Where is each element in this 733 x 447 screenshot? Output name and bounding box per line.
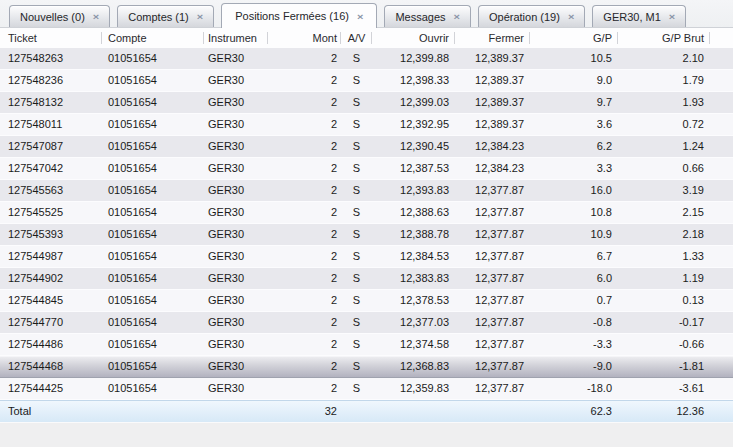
column-header-fermer[interactable]: Fermer	[455, 28, 530, 48]
cell-gp: 6.2	[530, 136, 618, 157]
table-row[interactable]: 12754539301051654GER302S12,388.7812,377.…	[0, 224, 733, 246]
cell-gp-brut: 3.19	[618, 180, 710, 201]
cell-compte: 01051654	[102, 92, 204, 113]
cell-fermer: 12,377.87	[455, 246, 530, 267]
table-row[interactable]: 12754490201051654GER302S12,383.8312,377.…	[0, 268, 733, 290]
cell-fermer: 12,377.87	[455, 224, 530, 245]
cell-compte: 01051654	[102, 312, 204, 333]
cell-mont: 2	[268, 92, 341, 113]
cell-instrument: GER30	[204, 224, 268, 245]
table-row[interactable]: 12754442501051654GER302S12,359.8312,377.…	[0, 378, 733, 400]
cell-fermer: 12,377.87	[455, 290, 530, 311]
cell-ouvrir: 12,390.45	[372, 136, 455, 157]
cell-gp-brut: 1.33	[618, 246, 710, 267]
close-icon[interactable]: ×	[357, 11, 363, 21]
table-row[interactable]: 12754823601051654GER302S12,398.3312,389.…	[0, 70, 733, 92]
cell-gp-brut: -0.17	[618, 312, 710, 333]
cell-gp: -18.0	[530, 378, 618, 399]
table-row[interactable]: 12754498701051654GER302S12,384.5312,377.…	[0, 246, 733, 268]
table-row[interactable]: 12754484501051654GER302S12,378.5312,377.…	[0, 290, 733, 312]
cell-gp: 10.5	[530, 48, 618, 69]
tab-operation-19[interactable]: Opération (19)×	[478, 5, 585, 27]
close-icon[interactable]: ×	[197, 12, 203, 22]
cell-compte: 01051654	[102, 202, 204, 223]
table-row[interactable]: 12754708701051654GER302S12,390.4512,384.…	[0, 136, 733, 158]
tab-label: Messages	[395, 11, 445, 23]
table-row[interactable]: 12754801101051654GER302S12,392.9512,389.…	[0, 114, 733, 136]
cell-gp: 10.9	[530, 224, 618, 245]
cell-av: S	[341, 114, 372, 135]
total-ouvrir	[372, 401, 455, 422]
cell-av: S	[341, 70, 372, 91]
cell-ouvrir: 12,393.83	[372, 180, 455, 201]
table-row[interactable]: 12754446801051654GER302S12,368.8312,377.…	[0, 356, 733, 378]
column-header-gp[interactable]: G/P	[530, 28, 618, 48]
close-icon[interactable]: ×	[454, 12, 460, 22]
bottom-filler	[0, 422, 733, 447]
cell-av: S	[341, 378, 372, 399]
table-row[interactable]: 12754704201051654GER302S12,387.5312,384.…	[0, 158, 733, 180]
cell-av: S	[341, 268, 372, 289]
close-icon[interactable]: ×	[93, 12, 99, 22]
tab-label: Nouvelles (0)	[20, 11, 85, 23]
cell-gp: 16.0	[530, 180, 618, 201]
cell-gp: 10.8	[530, 202, 618, 223]
cell-ticket: 127548132	[0, 92, 102, 113]
cell-instrument: GER30	[204, 92, 268, 113]
cell-gp-brut: 1.79	[618, 70, 710, 91]
table-row[interactable]: 12754448601051654GER302S12,374.5812,377.…	[0, 334, 733, 356]
cell-mont: 2	[268, 312, 341, 333]
cell-av: S	[341, 48, 372, 69]
cell-ticket: 127544486	[0, 334, 102, 355]
column-header-av[interactable]: A/V	[341, 28, 372, 48]
cell-gp-brut: 1.24	[618, 136, 710, 157]
cell-av: S	[341, 92, 372, 113]
cell-instrument: GER30	[204, 290, 268, 311]
cell-av: S	[341, 246, 372, 267]
tab-positions-fermees-16[interactable]: Positions Fermées (16)×	[221, 3, 377, 28]
column-header-instrument[interactable]: Instrumen	[204, 28, 268, 48]
cell-instrument: GER30	[204, 180, 268, 201]
cell-gp: 0.7	[530, 290, 618, 311]
table-row[interactable]: 12754813201051654GER302S12,399.0312,389.…	[0, 92, 733, 114]
cell-ticket: 127544845	[0, 290, 102, 311]
cell-instrument: GER30	[204, 378, 268, 399]
tab-nouvelles-0[interactable]: Nouvelles (0)×	[9, 5, 110, 27]
column-header-mont[interactable]: Mont	[268, 28, 341, 48]
column-header-ticket[interactable]: Ticket	[0, 28, 102, 48]
cell-ticket: 127547087	[0, 136, 102, 157]
column-header-compte[interactable]: Compte	[102, 28, 204, 48]
cell-instrument: GER30	[204, 268, 268, 289]
tab-ger30-m1[interactable]: GER30, M1×	[592, 5, 686, 27]
column-header-gp-brut[interactable]: G/P Brut	[618, 28, 710, 48]
cell-mont: 2	[268, 334, 341, 355]
cell-fermer: 12,377.87	[455, 180, 530, 201]
cell-mont: 2	[268, 356, 341, 377]
tab-comptes-1[interactable]: Comptes (1)×	[117, 5, 214, 27]
total-row: Total3262.312.36	[0, 400, 733, 422]
table-row[interactable]: 12754826301051654GER302S12,399.8812,389.…	[0, 48, 733, 70]
tab-label: Comptes (1)	[128, 11, 189, 23]
cell-instrument: GER30	[204, 356, 268, 377]
cell-compte: 01051654	[102, 290, 204, 311]
cell-av: S	[341, 312, 372, 333]
cell-instrument: GER30	[204, 334, 268, 355]
cell-ouvrir: 12,374.58	[372, 334, 455, 355]
cell-av: S	[341, 158, 372, 179]
cell-gp-brut: 2.18	[618, 224, 710, 245]
close-icon[interactable]: ×	[669, 12, 675, 22]
table-row[interactable]: 12754477001051654GER302S12,377.0312,377.…	[0, 312, 733, 334]
cell-instrument: GER30	[204, 70, 268, 91]
cell-compte: 01051654	[102, 356, 204, 377]
table-row[interactable]: 12754556301051654GER302S12,393.8312,377.…	[0, 180, 733, 202]
cell-ticket: 127544987	[0, 246, 102, 267]
column-header-ouvrir[interactable]: Ouvrir	[372, 28, 455, 48]
close-icon[interactable]: ×	[568, 12, 574, 22]
cell-gp-brut: 1.93	[618, 92, 710, 113]
cell-fermer: 12,389.37	[455, 92, 530, 113]
cell-ouvrir: 12,387.53	[372, 158, 455, 179]
cell-av: S	[341, 224, 372, 245]
table-row[interactable]: 12754552501051654GER302S12,388.6312,377.…	[0, 202, 733, 224]
tab-messages[interactable]: Messages×	[384, 5, 471, 27]
cell-gp-brut: 2.15	[618, 202, 710, 223]
